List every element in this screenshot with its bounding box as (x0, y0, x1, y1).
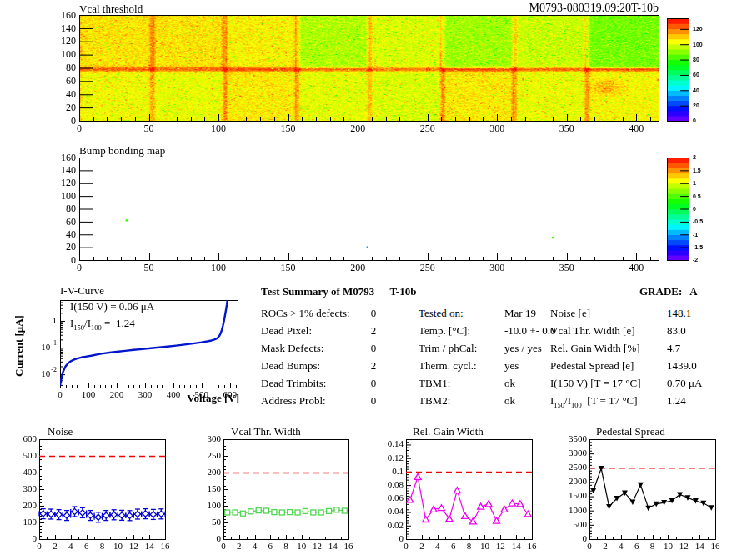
iv-y-axis-title: Current [μA] (13, 315, 25, 377)
summary-row-value: ok (504, 395, 515, 407)
module-id-title: M0793-080319.09:20T-10b (409, 2, 659, 15)
pedestal-spread-plot-title: Pedestal Spread (596, 426, 665, 438)
summary-row-label: Tested on: (419, 308, 464, 319)
summary-row-label: Dead Pixel: (261, 325, 312, 337)
rel-gain-width-plot-canvas (375, 421, 559, 560)
summary-row-value: yes (504, 360, 519, 372)
summary-row-value: 1.24 (667, 395, 686, 407)
iv-ratio-sub1: 150 (73, 323, 84, 332)
iv-ratio-value-part: = 1.24 (102, 317, 135, 329)
summary-row-value: -10.0 +- 0.0 (504, 325, 556, 337)
summary-row-label: Therm. cycl.: (419, 360, 477, 372)
summary-row-label: Dead Trimbits: (261, 378, 326, 389)
iv-ratio-part2: /I (84, 317, 91, 329)
summary-row-value: 0 (361, 308, 386, 319)
summary-row-label: Dead Bumps: (261, 360, 320, 372)
rel-gain-width-plot-title: Rel. Gain Width (413, 426, 484, 438)
summary-row-label: Mask Defects: (261, 342, 323, 354)
summary-row-value: 1439.0 (667, 360, 697, 372)
vcal-threshold-title: Vcal threshold (79, 3, 143, 15)
summary-row-value: 83.0 (667, 325, 686, 337)
i-ratio-sub2: 100 (571, 401, 582, 409)
summary-row-label: Noise [e] (550, 308, 590, 319)
i-ratio-sub1: 150 (554, 401, 564, 409)
summary-row-label: Rel. Gain Width [%] (550, 342, 640, 354)
iv-annotation-ratio: I150/I100 = 1.24 (70, 318, 135, 332)
grade-value: A (689, 285, 697, 298)
summary-row-label: ROCs > 1% defects: (261, 308, 350, 319)
i-ratio-part3: [T = 17 °C] (582, 394, 638, 407)
summary-subtitle: T-10b (389, 285, 416, 298)
vcal-threshold-heatmap-canvas (0, 0, 747, 142)
grade-badge: GRADE:A (639, 286, 698, 298)
summary-row-label: TBM1: (419, 378, 450, 389)
i-ratio-part2: /I (564, 394, 571, 407)
summary-row-value: 0.70 μA (667, 378, 702, 389)
vcal-thr-width-plot-canvas (188, 421, 375, 560)
grade-label: GRADE: (639, 285, 682, 298)
iv-ratio-sub2: 100 (91, 323, 102, 332)
summary-row-value: 2 (361, 325, 386, 337)
summary-row-value: ok (504, 378, 515, 389)
iv-curve-title: I-V-Curve (60, 285, 104, 297)
summary-row-label: TBM2: (419, 395, 450, 407)
summary-row-value: yes / yes (504, 342, 542, 354)
summary-row-value: 148.1 (667, 308, 691, 319)
summary-row-label: Trim / phCal: (419, 342, 477, 354)
bump-bonding-title: Bump bonding map (79, 145, 165, 157)
noise-plot-canvas (0, 421, 188, 560)
module-test-report-page: Vcal threshold M0793-080319.09:20T-10b B… (0, 0, 747, 560)
iv-x-axis-title: Voltage [V] (148, 392, 239, 404)
summary-row-value: 0 (361, 395, 386, 407)
summary-row-value: 0 (361, 378, 386, 389)
iv-annotation-i150: I(150 V) = 0.06 μA (70, 301, 154, 312)
summary-title: Test Summary of M0793T-10b (261, 286, 416, 298)
vcal-thr-width-plot-title: Vcal Thr. Width (231, 426, 301, 438)
summary-row-label-i-ratio: I150/I100 [T = 17 °C] (550, 395, 638, 409)
noise-plot-title: Noise (48, 426, 73, 438)
summary-row-value: 0 (361, 342, 386, 354)
summary-title-text: Test Summary of M0793 (261, 285, 374, 298)
summary-row-label: Address Probl: (261, 395, 326, 407)
summary-row-value: Mar 19 (504, 308, 536, 319)
summary-row-value: 4.7 (667, 342, 680, 354)
pedestal-spread-plot-canvas (559, 421, 747, 560)
summary-row-label: Pedestal Spread [e] (550, 360, 634, 372)
bump-bonding-heatmap-canvas (0, 142, 747, 279)
summary-row-label: Vcal Thr. Width [e] (550, 325, 635, 337)
summary-row-label: I(150 V) [T = 17 °C] (550, 378, 640, 389)
summary-row-value: 2 (361, 360, 386, 372)
summary-row-label: Temp. [°C]: (419, 325, 470, 337)
